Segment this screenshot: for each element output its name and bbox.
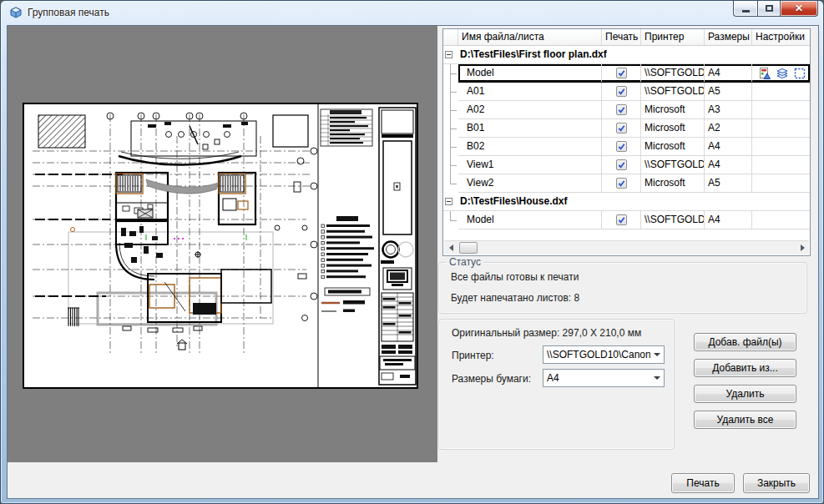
sheet-row[interactable]: A02MicrosoftA3 xyxy=(443,101,810,119)
file-path-label: D:\TestFiles\House.dxf xyxy=(458,193,810,210)
sheets-table: Имя файла/листа Печать Принтер Размеры Н… xyxy=(442,28,811,256)
tree-branch xyxy=(443,101,458,119)
horizontal-scrollbar[interactable] xyxy=(444,240,809,255)
printer-label: Принтер: xyxy=(452,350,494,361)
add-files-button[interactable]: Добав. файл(ы) xyxy=(694,333,796,351)
table-header-row: Имя файла/листа Печать Принтер Размеры Н… xyxy=(443,29,810,46)
close-button[interactable]: ✕ xyxy=(781,1,818,17)
app-icon xyxy=(9,6,23,19)
print-cell xyxy=(602,138,641,155)
size-cell: A4 xyxy=(705,211,752,229)
size-cell: A5 xyxy=(705,83,752,100)
sheet-row[interactable]: A01\\SOFTGOLDA5 xyxy=(443,83,810,101)
printer-cell: \\SOFTGOLD xyxy=(641,83,705,100)
tree-branch xyxy=(443,119,458,138)
close-icon: ✕ xyxy=(795,3,803,14)
print-cell xyxy=(602,119,641,137)
printer-cell: Microsoft xyxy=(641,138,705,155)
print-cell xyxy=(602,156,641,174)
status-line-ready: Все файлы готовы к печати xyxy=(451,271,579,283)
minimize-button[interactable] xyxy=(733,1,757,17)
header-file-name: Имя файла/листа xyxy=(458,29,602,45)
settings-cell xyxy=(752,64,810,82)
sheet-row-body: View2MicrosoftA5 xyxy=(458,174,810,193)
settings-cell xyxy=(752,174,810,192)
sheet-row-body: View1\\SOFTGOLDA4 xyxy=(458,156,810,174)
sheet-row-body: Model\\SOFTGOLDA4 xyxy=(458,64,810,83)
delete-all-button[interactable]: Удалить все xyxy=(694,411,796,429)
file-group-row[interactable]: D:\TestFiles\House.dxf xyxy=(443,193,810,211)
chevron-down-icon[interactable] xyxy=(650,376,664,380)
print-cell xyxy=(602,101,641,118)
printer-combobox-value: \\SOFTGOLD10\Canon xyxy=(543,349,650,360)
status-groupbox: Статус Все файлы готовы к печати Будет н… xyxy=(438,262,807,314)
chevron-down-icon[interactable] xyxy=(650,353,664,356)
sheet-row[interactable]: View1\\SOFTGOLDA4 xyxy=(443,156,810,174)
print-preview-panel xyxy=(8,26,437,462)
tree-cell xyxy=(443,193,458,210)
sheet-row-body: B01MicrosoftA2 xyxy=(458,119,810,138)
print-checkbox[interactable] xyxy=(616,141,627,152)
size-cell: A4 xyxy=(705,156,752,174)
sheet-name-cell: B02 xyxy=(458,138,602,155)
settings-cell xyxy=(752,156,810,174)
print-preview-icon[interactable] xyxy=(758,67,771,80)
sheet-row-body: Model\\SOFTGOLDA4 xyxy=(458,211,810,229)
maximize-icon xyxy=(766,5,773,12)
settings-cell xyxy=(752,119,810,137)
sheet-row[interactable]: Model\\SOFTGOLDA4 xyxy=(443,64,810,83)
sheet-name-cell: A02 xyxy=(458,101,602,118)
printer-combobox[interactable]: \\SOFTGOLD10\Canon xyxy=(543,345,665,364)
print-checkbox[interactable] xyxy=(616,68,627,78)
sheet-row-body: B02MicrosoftA4 xyxy=(458,138,810,156)
maximize-button[interactable] xyxy=(757,1,781,17)
sheet-row[interactable]: Model\\SOFTGOLDA4 xyxy=(443,211,810,229)
tree-cell xyxy=(443,46,458,63)
add-from-button[interactable]: Добавить из... xyxy=(694,359,796,377)
original-size-label: Оригинальный размер: 297,0 X 210,0 мм xyxy=(452,327,641,339)
sheet-row[interactable]: View2MicrosoftA5 xyxy=(443,174,810,193)
size-cell: A3 xyxy=(705,101,752,118)
collapse-icon[interactable] xyxy=(445,51,452,58)
print-checkbox[interactable] xyxy=(616,123,627,134)
delete-button[interactable]: Удалить xyxy=(694,385,796,403)
print-checkbox[interactable] xyxy=(616,159,627,170)
sheet-row[interactable]: B02MicrosoftA4 xyxy=(443,138,810,156)
sheet-row-body: A01\\SOFTGOLDA5 xyxy=(458,83,810,101)
print-button[interactable]: Печать xyxy=(671,473,735,493)
sheet-row[interactable]: B01MicrosoftA2 xyxy=(443,119,810,138)
scroll-left-arrow-icon[interactable] xyxy=(444,241,457,255)
status-title: Статус xyxy=(446,256,484,268)
print-checkbox[interactable] xyxy=(616,214,627,225)
print-cell xyxy=(602,83,641,100)
tree-branch xyxy=(443,156,458,174)
minimize-icon xyxy=(742,10,750,13)
layers-icon[interactable] xyxy=(776,67,789,80)
sheet-name-cell: B01 xyxy=(458,119,602,137)
print-checkbox[interactable] xyxy=(616,178,627,189)
file-group-row[interactable]: D:\TestFiles\First floor plan.dxf xyxy=(443,46,810,64)
paper-size-combobox[interactable]: A4 xyxy=(543,369,665,387)
print-area-icon[interactable] xyxy=(793,67,806,80)
printer-cell: Microsoft xyxy=(641,119,705,137)
title-bar[interactable]: Групповая печать ✕ xyxy=(1,1,823,25)
print-checkbox[interactable] xyxy=(616,104,627,115)
scroll-right-arrow-icon[interactable] xyxy=(796,241,809,255)
header-print: Печать xyxy=(602,29,641,45)
size-cell: A2 xyxy=(705,119,752,137)
header-size: Размеры xyxy=(705,29,752,45)
settings-cell xyxy=(752,83,810,100)
sheets-table-rows: D:\TestFiles\First floor plan.dxfModel\\… xyxy=(443,46,810,229)
close-dialog-button[interactable]: Закрыть xyxy=(743,473,810,493)
print-cell xyxy=(602,211,641,229)
preview-sheet xyxy=(23,103,418,389)
settings-cell xyxy=(752,211,810,229)
paper-size-combobox-value: A4 xyxy=(543,372,650,384)
scrollbar-thumb[interactable] xyxy=(459,242,478,254)
sheet-name-cell: Model xyxy=(458,64,602,82)
sheet-row-body: A02MicrosoftA3 xyxy=(458,101,810,119)
size-cell: A4 xyxy=(705,138,752,155)
print-checkbox[interactable] xyxy=(616,86,627,97)
file-path-label: D:\TestFiles\First floor plan.dxf xyxy=(458,46,810,63)
collapse-icon[interactable] xyxy=(445,198,452,205)
